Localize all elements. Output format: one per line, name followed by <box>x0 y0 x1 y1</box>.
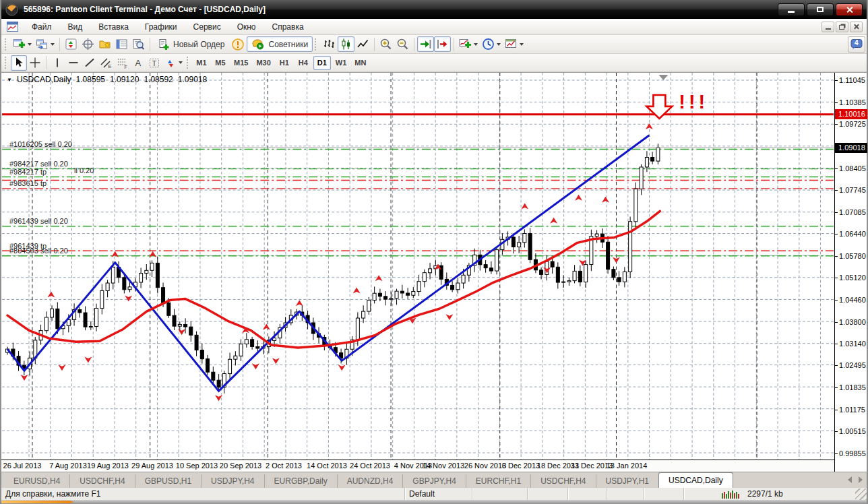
window-minimize-button[interactable] <box>778 3 805 16</box>
arrows-tool-button[interactable] <box>162 55 185 71</box>
menu-item-2[interactable]: Вид <box>60 20 91 34</box>
menu-item-5[interactable]: Сервис <box>185 20 229 34</box>
periods-button[interactable] <box>480 36 503 52</box>
horizontal-line-tool-button[interactable] <box>65 55 82 71</box>
cursor-tool-button[interactable] <box>11 55 27 71</box>
toolbar-grip[interactable] <box>5 38 9 51</box>
timeframe-button-m15[interactable]: M15 <box>230 56 251 70</box>
menu-item-7[interactable]: Справка <box>264 20 312 34</box>
resize-grip[interactable] <box>855 489 867 500</box>
order-lines[interactable] <box>2 150 834 256</box>
trendline-tool-button[interactable] <box>82 55 98 71</box>
status-cell-empty <box>606 488 644 500</box>
zoom-out-button[interactable] <box>394 36 411 52</box>
date-axis[interactable]: 26 Jul 20137 Aug 201319 Aug 201329 Aug 2… <box>1 460 834 472</box>
chart-high-value: 1.09120 <box>110 75 139 84</box>
toolbar-grip[interactable] <box>315 38 319 51</box>
dropdown-caret-icon <box>28 43 32 46</box>
window-maximize-button[interactable] <box>807 3 834 16</box>
menu-item-3[interactable]: Вставка <box>90 20 137 34</box>
chart-tab-usdchf-h4[interactable]: USDCHF,H4 <box>69 474 134 488</box>
order-label[interactable]: #983615 tp <box>9 179 46 187</box>
notifications-button[interactable]: 4 <box>848 36 865 53</box>
bar-chart-button[interactable] <box>321 36 338 52</box>
chart-tab-usdjpy-h4[interactable]: USDJPY,H4 <box>201 474 264 488</box>
new-chart-button[interactable] <box>11 36 34 52</box>
chart-tab-usdjpy-h1[interactable]: USDJPY,H1 <box>596 474 658 488</box>
timeframe-button-m5[interactable]: M5 <box>212 56 229 70</box>
candlestick-chart-button[interactable] <box>338 36 354 52</box>
chart-tab-usdcad-daily[interactable]: USDCAD,Daily <box>658 472 733 488</box>
chart-shift-button[interactable] <box>434 36 451 52</box>
line-chart-button[interactable] <box>354 36 371 52</box>
order-label[interactable]: ll 0.20 <box>74 166 94 175</box>
chart-tab-gbpjpy-h4[interactable]: GBPJPY,H4 <box>402 474 465 488</box>
menu-item-4[interactable]: Графики <box>137 20 185 34</box>
alert-button[interactable] <box>229 36 247 52</box>
data-window-button[interactable] <box>80 36 96 52</box>
timeframe-button-m30[interactable]: M30 <box>253 56 274 70</box>
tabs-scroll-right-icon[interactable] <box>859 476 863 483</box>
zoom-in-button[interactable] <box>377 36 394 52</box>
toolbar-grip[interactable] <box>187 57 191 69</box>
svg-text:T: T <box>152 59 157 67</box>
tabs-scroll-left-icon[interactable] <box>848 476 852 483</box>
status-profile[interactable]: Default <box>404 488 472 500</box>
timeframe-button-mn[interactable]: MN <box>351 56 369 70</box>
terminal-button[interactable] <box>113 36 130 52</box>
candles <box>6 144 660 393</box>
menu-items: ФайлВидВставкаГрафикиСервисОкноСправка <box>24 20 312 34</box>
timeframe-button-h1[interactable]: H1 <box>276 56 293 70</box>
chart-plot[interactable]: !!! <box>1 73 834 460</box>
menu-item-1[interactable]: Файл <box>24 20 60 34</box>
chart-shift-marker-icon[interactable] <box>658 75 668 80</box>
navigator-button[interactable] <box>96 36 113 52</box>
price-axis[interactable]: 1.110451.103851.097251.084051.077451.070… <box>834 73 867 472</box>
timeframe-button-d1[interactable]: D1 <box>313 56 331 70</box>
chart-plot-area[interactable]: !!! ▼ USDCAD,Daily 1.08595 1.09120 1.085… <box>1 73 834 472</box>
child-minimize-button[interactable] <box>822 22 834 32</box>
child-restore-button[interactable] <box>836 22 848 32</box>
price-tick-label: 1.03140 <box>839 339 866 348</box>
auto-scroll-button[interactable] <box>417 36 434 52</box>
order-label[interactable]: #1016205 sell 0.20 <box>9 140 72 148</box>
advisors-button[interactable]: Советники <box>247 36 313 52</box>
cursor-icon <box>13 57 25 69</box>
timeframe-button-m1[interactable]: M1 <box>193 56 210 70</box>
indicators-button[interactable] <box>457 36 480 52</box>
symbol-dropdown-icon[interactable]: ▼ <box>7 77 12 83</box>
templates-button[interactable] <box>503 36 526 52</box>
chart-tab-audnzd-h4[interactable]: AUDNZD,H4 <box>337 474 403 488</box>
chart-tab-eurchf-h1[interactable]: EURCHF,H1 <box>466 474 530 488</box>
chart-tab-usdchf-h4[interactable]: USDCHF,H4 <box>530 474 595 488</box>
timeframe-button-h4[interactable]: H4 <box>294 56 312 70</box>
templates-icon <box>505 38 518 51</box>
terminal-window: 565896: Panteon Client Terminal - Демо С… <box>0 0 868 504</box>
toolbar-grip[interactable] <box>5 57 9 69</box>
timeframe-button-w1[interactable]: W1 <box>332 56 350 70</box>
market-watch-button[interactable] <box>63 36 80 52</box>
strategy-tester-button[interactable] <box>130 36 147 52</box>
chart-tab-eurgbp-daily[interactable]: EURGBP,Daily <box>264 474 337 488</box>
channel-tool-button[interactable]: E <box>98 55 114 71</box>
window-close-button[interactable] <box>836 3 863 16</box>
moving-average-line[interactable] <box>7 211 660 348</box>
order-label[interactable]: #984217 tp <box>9 168 46 176</box>
order-label[interactable]: #804503 sell 0.20 <box>9 247 68 255</box>
label-tool-button[interactable]: T <box>146 55 162 71</box>
crosshair-tool-button[interactable] <box>27 55 43 71</box>
menu-item-6[interactable]: Окно <box>229 20 264 34</box>
vertical-line-tool-button[interactable] <box>49 55 65 71</box>
line-chart-icon <box>356 38 369 51</box>
minimize-icon <box>788 11 795 13</box>
text-tool-button[interactable]: A <box>130 55 146 71</box>
chart-tab-eurusd-h4[interactable]: EURUSD,H4 <box>4 474 69 488</box>
order-label[interactable]: #961439 sell 0.20 <box>9 217 68 225</box>
trendline-icon <box>84 57 96 69</box>
profiles-button[interactable] <box>34 36 57 52</box>
new-order-button[interactable]: Новый Ордер <box>153 36 229 52</box>
fibonacci-tool-button[interactable]: F <box>114 55 130 71</box>
child-close-button[interactable] <box>850 22 863 32</box>
order-label[interactable]: #984217 sell 0.20 <box>9 160 68 168</box>
chart-tab-gbpusd-h1[interactable]: GBPUSD,H1 <box>135 474 201 488</box>
